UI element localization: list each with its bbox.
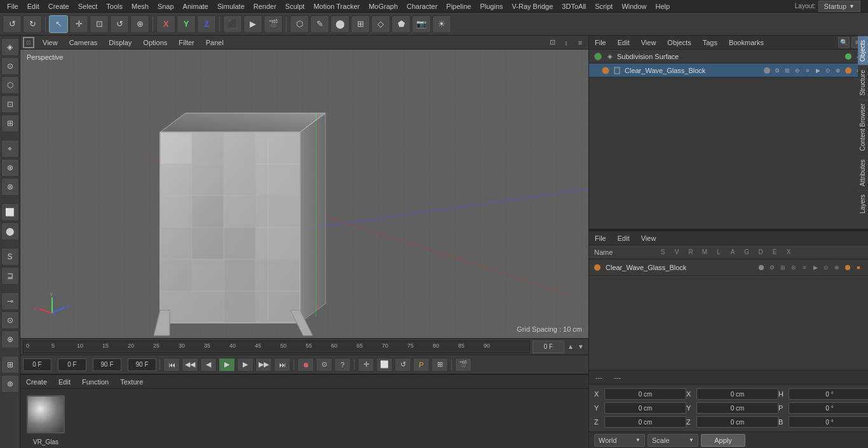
left-sculpt-btn[interactable]: ⊸ (1, 292, 19, 310)
mat-function-menu[interactable]: Function (79, 377, 112, 387)
coord-x-size-input[interactable] (696, 388, 778, 400)
left-sel2-btn[interactable]: ⊕ (1, 159, 19, 177)
go-start-btn[interactable]: ⏮ (163, 358, 180, 372)
mat-edit-menu[interactable]: Edit (55, 377, 74, 387)
frame-end-input[interactable] (93, 358, 121, 371)
material-item[interactable]: VR_Glas (23, 391, 69, 445)
vtab-structure[interactable]: Structure (858, 65, 868, 100)
left-cube-btn[interactable]: ⬜ (1, 203, 19, 221)
coord-y-size-input[interactable] (696, 402, 778, 414)
scale-dropdown[interactable]: Scale ▼ (648, 434, 698, 447)
left-tool3-btn[interactable]: ⊒ (1, 267, 19, 285)
vp-expand-btn[interactable]: ↕ (560, 37, 572, 48)
attr-lock-icon[interactable]: ⊜ (789, 263, 798, 272)
left-poly-btn[interactable]: ⬡ (1, 76, 19, 94)
left-tool4-btn[interactable]: ⊕ (1, 330, 19, 348)
menu-pipeline[interactable]: Pipeline (442, 1, 475, 11)
timeline-down-arrow[interactable]: ▼ (576, 342, 586, 352)
render-preview-btn[interactable]: ▶ (243, 15, 262, 33)
left-pt-btn[interactable]: ⊡ (1, 95, 19, 113)
mode-rotate-btn[interactable]: ↺ (110, 15, 129, 33)
mode-scale-btn[interactable]: ⊡ (90, 15, 109, 33)
mat-create-menu[interactable]: Create (23, 377, 50, 387)
render-final-btn[interactable]: 🎬 (264, 15, 283, 33)
help-btn[interactable]: ? (334, 358, 351, 372)
vp-maximize-btn[interactable]: ⊡ (546, 37, 558, 48)
axis-x-btn[interactable]: X (156, 15, 175, 33)
menu-select[interactable]: Select (74, 1, 102, 11)
attr-link-icon[interactable]: ⊕ (832, 263, 841, 272)
obj-edit-menu[interactable]: Edit (614, 37, 633, 48)
menu-window[interactable]: Window (617, 1, 651, 11)
next-frame-btn[interactable]: ▶▶ (255, 358, 272, 372)
play-btn[interactable]: ▶ (219, 358, 235, 372)
mode-move-btn[interactable]: ✛ (69, 15, 88, 33)
record-btn[interactable]: ⏺ (297, 358, 314, 372)
coord-p-input[interactable] (789, 402, 868, 414)
left-model-btn[interactable]: ◈ (1, 38, 19, 56)
frame-current-input[interactable] (58, 358, 86, 371)
auto-key-btn[interactable]: ⊙ (316, 358, 332, 372)
nurbs-btn[interactable]: ✎ (310, 15, 329, 33)
obj-file-menu[interactable]: File (592, 37, 609, 48)
frame-max-input[interactable] (128, 358, 156, 371)
menu-file[interactable]: File (3, 1, 23, 11)
prev-frame-btn[interactable]: ◀◀ (182, 358, 198, 372)
attr-gear-icon[interactable]: ⚙ (768, 263, 776, 272)
menu-vray[interactable]: V-Ray Bridge (508, 1, 558, 11)
menu-mesh[interactable]: Mesh (127, 1, 153, 11)
coord-h-input[interactable] (789, 388, 868, 400)
vp-filter-menu[interactable]: Filter (175, 37, 197, 48)
go-end-btn[interactable]: ⏭ (274, 358, 290, 372)
vtab-attributes[interactable]: Attributes (858, 155, 868, 190)
next-1-btn[interactable]: ▶ (237, 358, 254, 372)
obj-objects-menu[interactable]: Objects (664, 37, 694, 48)
menu-edit[interactable]: Edit (23, 1, 44, 11)
light-btn[interactable]: ☀ (432, 15, 451, 33)
mode-select-btn[interactable]: ↖ (49, 15, 68, 33)
coord-x-pos-input[interactable] (604, 388, 686, 400)
attr-file-menu[interactable]: File (592, 233, 609, 243)
coord-b-input[interactable] (789, 416, 868, 428)
attributes-row[interactable]: Clear_Wave_Glass_Block ⚙ ⊞ ⊜ ≡ ▶ ⊙ ⊕ ■ (589, 259, 868, 276)
menu-animate[interactable]: Animate (179, 1, 213, 11)
left-sel1-btn[interactable]: ⌖ (1, 140, 19, 158)
obj-view-menu[interactable]: View (638, 37, 660, 48)
prs-btn[interactable]: P (413, 358, 430, 372)
attr-edit-menu[interactable]: Edit (614, 233, 633, 243)
scene-btn[interactable]: 📷 (412, 15, 431, 33)
vp-display-menu[interactable]: Display (105, 37, 135, 48)
menu-sculpt[interactable]: Sculpt (281, 1, 309, 11)
timeline-up-arrow[interactable]: ▲ (566, 342, 576, 352)
move-key-btn[interactable]: ✛ (358, 358, 374, 372)
obj-subdivision-surface[interactable]: ◈ Subdivision Surface ✓ (589, 50, 868, 64)
timeline-frame-display[interactable]: 0 F (532, 341, 564, 353)
render-region-btn[interactable]: ⬛ (223, 15, 242, 33)
undo-button[interactable]: ↺ (3, 15, 22, 33)
menu-create[interactable]: Create (44, 1, 74, 11)
grid-key-btn[interactable]: ⊞ (431, 358, 448, 372)
mode-transform-btn[interactable]: ⊕ (130, 15, 149, 33)
menu-mograph[interactable]: MoGraph (364, 1, 402, 11)
vtab-content-browser[interactable]: Content Browser (858, 99, 868, 154)
viewport-3d[interactable]: Perspective Grid Spacing : 10 cm X Y Z (20, 50, 588, 338)
layout-dropdown[interactable]: Startup ▼ (818, 1, 860, 12)
effector-btn[interactable]: ◇ (371, 15, 390, 33)
left-sphere-btn[interactable]: ⬤ (1, 222, 19, 240)
apply-button[interactable]: Apply (701, 434, 745, 447)
rotate-key-btn[interactable]: ↺ (395, 358, 411, 372)
deform-btn[interactable]: ⊞ (351, 15, 370, 33)
camera-btn[interactable]: ⬟ (391, 15, 410, 33)
left-grid-btn[interactable]: ⊞ (1, 356, 19, 374)
attr-chain-icon[interactable]: ≡ (800, 263, 809, 272)
obj-tags-menu[interactable]: Tags (700, 37, 721, 48)
mat-texture-menu[interactable]: Texture (117, 377, 146, 387)
vp-panel-menu[interactable]: Panel (203, 37, 227, 48)
menu-script[interactable]: Script (590, 1, 617, 11)
coord-z-size-input[interactable] (696, 416, 778, 428)
menu-snap[interactable]: Snap (153, 1, 179, 11)
world-dropdown[interactable]: World ▼ (594, 434, 645, 447)
attr-anim-icon[interactable]: ▶ (811, 263, 820, 272)
menu-plugins[interactable]: Plugins (475, 1, 507, 11)
left-s-btn[interactable]: S (1, 248, 19, 266)
